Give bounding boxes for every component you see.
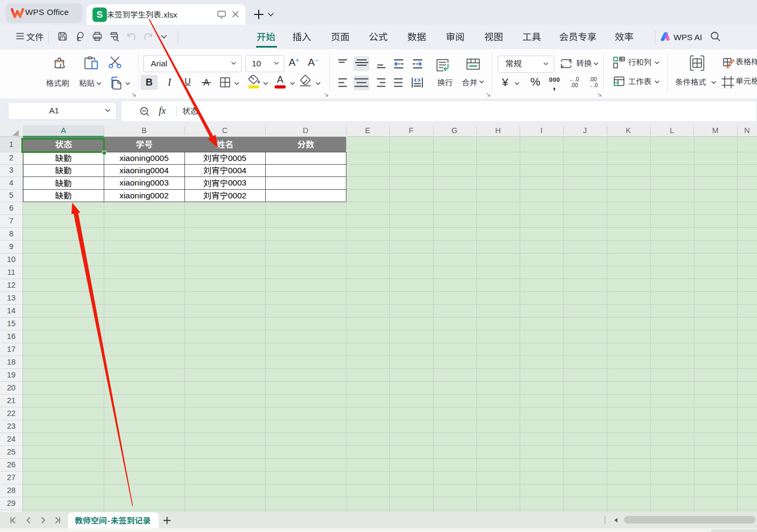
svg-text:→.0: →.0 [588,82,598,88]
svg-text:A: A [277,74,283,85]
svg-text:←.0: ←.0 [569,76,580,82]
svg-text:.00: .00 [570,82,578,88]
svg-text:.00: .00 [589,76,597,82]
